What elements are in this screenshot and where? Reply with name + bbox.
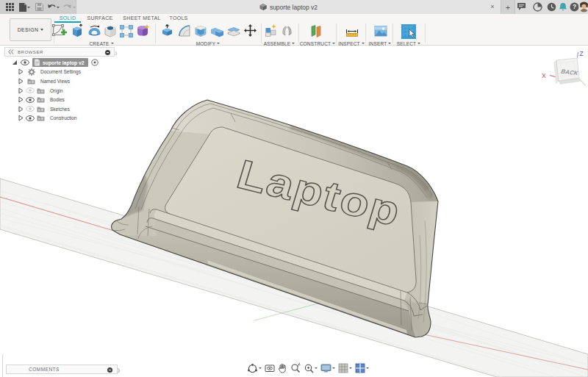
press-pull-icon[interactable]: [160, 24, 174, 39]
orbit-tool[interactable]: [247, 363, 262, 374]
title-bar: suporte laptop v2 × + ?: [0, 0, 588, 14]
file-menu-icon[interactable]: [19, 3, 30, 12]
quick-access-toolbar: [0, 0, 76, 14]
new-component-icon[interactable]: [264, 24, 279, 39]
new-tab-button[interactable]: +: [501, 0, 515, 14]
notification-bell-icon[interactable]: [559, 2, 567, 12]
tree-row-origin[interactable]: Origin: [4, 86, 115, 96]
dropdown-caret-icon: [111, 43, 114, 44]
collapsed-arrow-icon[interactable]: [18, 115, 24, 121]
redo-icon[interactable]: [63, 3, 76, 12]
extrude-icon[interactable]: [70, 24, 85, 39]
revolve-icon[interactable]: [87, 24, 102, 39]
tree-row-sketches[interactable]: Sketches: [4, 104, 115, 114]
visibility-eye-icon[interactable]: [26, 97, 35, 103]
close-tab-icon[interactable]: ×: [487, 1, 498, 12]
pan-tool[interactable]: [278, 363, 287, 373]
browser-title: BROWSER: [18, 49, 43, 54]
construction-plane-icon[interactable]: [309, 24, 323, 39]
tree-label: Origin: [48, 87, 65, 94]
collapsed-arrow-icon[interactable]: [18, 106, 24, 112]
dropdown-caret-icon: [315, 367, 318, 369]
tree-row-bodies[interactable]: Bodies: [4, 95, 115, 104]
axis-z-label[interactable]: Z: [580, 50, 584, 57]
panel-scroll-chevron[interactable]: ❯: [115, 51, 118, 55]
collapsed-arrow-icon[interactable]: [18, 87, 24, 94]
viewports-icon: [355, 363, 365, 373]
tree-row-root[interactable]: suporte laptop v2: [4, 58, 115, 68]
fillet-icon[interactable]: [177, 24, 192, 39]
dropdown-caret-icon: [349, 367, 352, 369]
select-icon[interactable]: [401, 24, 417, 40]
user-avatar[interactable]: [578, 1, 588, 12]
grid-settings-tool[interactable]: [338, 363, 352, 373]
dropdown-caret-icon: [40, 29, 43, 31]
clock-icon[interactable]: [547, 2, 556, 12]
offset-face-icon[interactable]: [226, 24, 241, 39]
measure-icon[interactable]: [344, 24, 360, 39]
comments-options-icon[interactable]: [107, 367, 112, 373]
insert-image-icon[interactable]: [373, 24, 388, 39]
dropdown-caret-icon: [259, 367, 262, 369]
viewports-tool[interactable]: [355, 363, 369, 373]
move-icon[interactable]: [243, 24, 257, 38]
visibility-eye-icon-hidden[interactable]: [26, 87, 35, 93]
comments-bar[interactable]: COMMENTS ❯: [6, 365, 118, 374]
workspace-selector[interactable]: DESIGN: [10, 18, 51, 41]
app-grid-icon[interactable]: [6, 3, 14, 11]
tree-row-construction[interactable]: Construction: [4, 114, 115, 123]
save-icon[interactable]: [35, 3, 43, 11]
collapsed-arrow-icon[interactable]: [18, 68, 24, 75]
feedback-bubble-icon[interactable]: [517, 2, 526, 11]
viewport-3d[interactable]: Laptop BROWSER ❯ suporte laptop v2: [0, 46, 588, 377]
tab-sheet-metal[interactable]: SHEET METAL: [121, 15, 162, 23]
shell-icon[interactable]: [193, 24, 208, 39]
zoom-tool[interactable]: [290, 363, 301, 373]
tree-label: Document Settings: [38, 68, 83, 75]
tab-solid[interactable]: SOLID: [54, 15, 81, 23]
tab-surface[interactable]: SURFACE: [85, 15, 115, 23]
tree-label: Bodies: [48, 96, 67, 103]
undo-icon[interactable]: [47, 3, 60, 12]
comments-title: COMMENTS: [29, 367, 60, 372]
collapse-panel-icon[interactable]: [8, 49, 14, 54]
job-status-icon[interactable]: [533, 2, 542, 12]
visibility-eye-icon[interactable]: [26, 115, 35, 121]
visibility-eye-icon[interactable]: [21, 60, 29, 65]
display-settings-tool[interactable]: [320, 363, 335, 373]
dropdown-caret-icon: [292, 43, 295, 44]
joint-icon[interactable]: [280, 24, 294, 39]
expanded-arrow-icon[interactable]: [12, 60, 18, 65]
combine-icon[interactable]: [209, 24, 225, 39]
toolbar-separator: [425, 24, 426, 43]
tab-tools[interactable]: TOOLS: [168, 15, 190, 23]
hole-icon[interactable]: [103, 24, 118, 39]
dropdown-caret-icon: [417, 43, 420, 44]
pan-hand-icon: [278, 363, 287, 373]
activate-radio-icon[interactable]: [91, 59, 98, 66]
dropdown-caret-icon: [366, 367, 369, 369]
root-component[interactable]: suporte laptop v2: [32, 58, 88, 67]
display-settings-icon: [320, 363, 331, 373]
axis-x-label[interactable]: X: [542, 72, 546, 79]
tree-row-named-views[interactable]: Named Views: [4, 76, 115, 86]
document-title: suporte laptop v2: [270, 4, 318, 11]
panel-options-icon[interactable]: [105, 50, 110, 55]
root-component-label: suporte laptop v2: [43, 60, 85, 65]
collapsed-arrow-icon[interactable]: [18, 78, 24, 85]
create-sketch-icon[interactable]: [52, 24, 68, 39]
visibility-eye-icon-hidden[interactable]: [26, 106, 35, 112]
comments-scroll-chevron[interactable]: ❯: [117, 367, 121, 373]
folder-icon: [37, 87, 45, 94]
pattern-icon[interactable]: [119, 24, 134, 39]
collapsed-arrow-icon[interactable]: [18, 96, 24, 103]
zoom-icon: [290, 363, 301, 373]
fit-tool[interactable]: [304, 363, 318, 373]
tree-row-document-settings[interactable]: Document Settings: [4, 68, 115, 77]
browser-header[interactable]: BROWSER ❯: [4, 47, 115, 57]
toolbar-separator: [155, 24, 156, 43]
create-form-icon[interactable]: [135, 24, 151, 39]
view-cube[interactable]: BACK X Z: [522, 46, 588, 104]
document-tab[interactable]: suporte laptop v2 ×: [76, 0, 501, 14]
look-at-tool[interactable]: [265, 363, 275, 373]
